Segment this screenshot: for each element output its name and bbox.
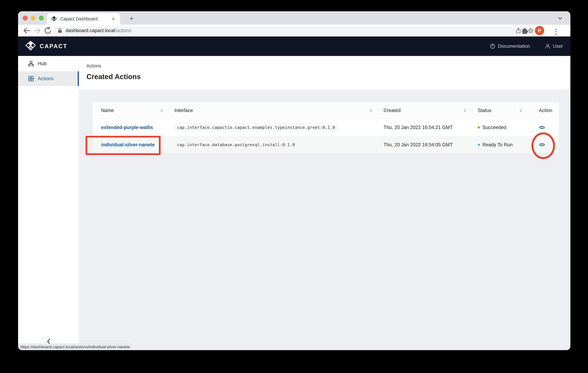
- page-header: Actions Created Actions: [79, 56, 570, 90]
- question-circle-icon: [490, 44, 495, 49]
- sidebar-item-hub[interactable]: Hub: [18, 56, 79, 71]
- extensions-puzzle-icon[interactable]: [520, 26, 529, 35]
- status-dot: [478, 144, 480, 146]
- traffic-lights: [23, 16, 44, 21]
- user-label: User: [553, 44, 563, 49]
- column-header-created[interactable]: Created: [378, 102, 472, 119]
- column-header-status[interactable]: Status: [472, 102, 528, 119]
- status-cell: Succeeded: [472, 125, 528, 130]
- created-cell: Thu, 20 Jan 2022 16:54:21 GMT: [378, 125, 472, 130]
- actions-grid-icon: [28, 76, 34, 81]
- status-label: Ready To Run: [482, 142, 513, 148]
- reload-icon[interactable]: [43, 26, 52, 35]
- page-title: Created Actions: [86, 72, 570, 81]
- address-bar[interactable]: dashboard.capact.local/actions: [53, 26, 537, 35]
- documentation-label: Documentation: [498, 44, 530, 49]
- tab-close-icon[interactable]: ×: [111, 16, 116, 22]
- user-icon: [545, 44, 550, 49]
- sidebar-item-label: Hub: [38, 61, 47, 66]
- tab-search-chevron-icon[interactable]: [557, 15, 563, 22]
- interface-tag: cap.interface.capactio.capact.examples.t…: [174, 124, 338, 131]
- close-window-button[interactable]: [23, 16, 28, 21]
- table-header-row: Name Interface Creat: [93, 102, 559, 119]
- interface-tag: cap.interface.database.postgresql.instal…: [174, 141, 298, 148]
- status-dot: [478, 126, 480, 129]
- sidebar-item-actions[interactable]: Actions: [18, 71, 79, 86]
- minimize-window-button[interactable]: [31, 16, 36, 21]
- hub-icon: [28, 61, 34, 66]
- browser-toolbar: dashboard.capact.local/actions P: [18, 25, 570, 36]
- brand-name: CAPACT: [40, 43, 67, 50]
- capact-favicon-icon: [51, 16, 57, 22]
- created-cell: Thu, 20 Jan 2022 16:54:05 GMT: [378, 142, 472, 148]
- capact-brand[interactable]: CAPACT: [25, 40, 67, 52]
- sort-icon: [519, 109, 522, 112]
- sidebar: Hub Actions: [18, 56, 79, 350]
- status-label: Succeeded: [482, 125, 506, 130]
- new-tab-button[interactable]: +: [127, 14, 136, 23]
- annotation-circle: [532, 132, 555, 159]
- action-name-link[interactable]: extended-purple-wallis: [101, 125, 153, 130]
- lock-icon[interactable]: [58, 28, 62, 33]
- status-cell: Ready To Run: [472, 142, 528, 148]
- sort-icon: [370, 109, 372, 112]
- back-icon[interactable]: [22, 26, 31, 35]
- tab-title: Capact Dashboard: [60, 16, 111, 22]
- documentation-link[interactable]: Documentation: [490, 44, 530, 49]
- view-eye-icon[interactable]: [539, 125, 545, 130]
- table-row: extended-purple-wallis cap.interface.cap…: [93, 119, 559, 136]
- breadcrumb[interactable]: Actions: [86, 56, 570, 68]
- browser-menu-icon[interactable]: [555, 27, 557, 36]
- browser-window: Capact Dashboard × + dashboard.capact.lo…: [18, 11, 570, 350]
- table-row: individual-silver-nanete cap.interface.d…: [93, 136, 559, 153]
- app-header: CAPACT Documentation User: [18, 36, 570, 56]
- browser-tab[interactable]: Capact Dashboard ×: [47, 13, 120, 25]
- capact-logo-icon: [25, 40, 36, 52]
- link-preview-tooltip: https://dashboard.capact.local/actions/i…: [18, 344, 133, 350]
- url-path: /actions: [115, 28, 131, 33]
- sidebar-item-label: Actions: [38, 76, 53, 81]
- column-header-interface[interactable]: Interface: [169, 102, 378, 119]
- column-header-name[interactable]: Name: [93, 102, 169, 119]
- tab-strip: Capact Dashboard × +: [18, 11, 570, 25]
- url-text: dashboard.capact.local/actions: [66, 28, 131, 33]
- main-content: Actions Created Actions Name Interface: [79, 56, 570, 350]
- profile-avatar[interactable]: P: [535, 26, 544, 35]
- actions-table-card: Name Interface Creat: [93, 102, 559, 153]
- user-menu[interactable]: User: [545, 44, 563, 49]
- zoom-window-button[interactable]: [39, 16, 44, 21]
- forward-icon[interactable]: [33, 26, 42, 35]
- column-header-action: Action: [528, 102, 559, 119]
- annotation-rectangle: [85, 136, 161, 155]
- sort-icon: [464, 109, 466, 112]
- sort-icon: [160, 109, 163, 112]
